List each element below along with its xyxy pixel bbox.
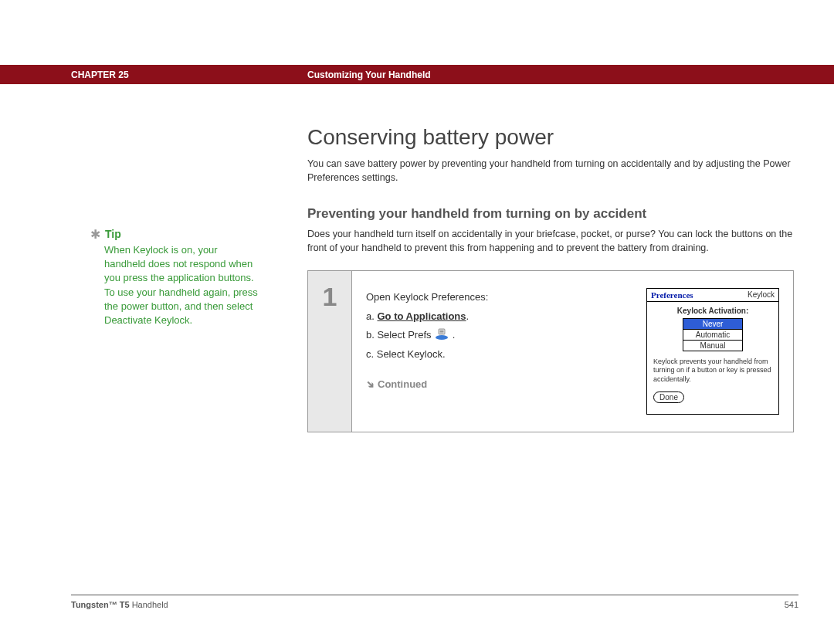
step-instructions: Open Keylock Preferences: a. Go to Appli… [366, 288, 646, 415]
product-name: Tungsten™ T5 Handheld [71, 600, 168, 609]
section-heading: Preventing your handheld from turning on… [307, 206, 803, 222]
ss-body: Keylock Activation: Never Automatic Manu… [647, 302, 778, 409]
tip-label: Tip [105, 228, 121, 240]
step-b: b. Select Prefs . [366, 326, 646, 345]
step-c: c. Select Keylock. [366, 345, 646, 364]
step-number: 1 [308, 271, 351, 432]
instr-intro: Open Keylock Preferences: [366, 288, 646, 307]
ss-header: Preferences Keylock [647, 289, 778, 302]
step-content: Open Keylock Preferences: a. Go to Appli… [351, 271, 793, 432]
ss-option-manual: Manual [683, 341, 742, 351]
step-a: a. Go to Applications. [366, 307, 646, 327]
main-content: Conserving battery power You can save ba… [307, 125, 803, 432]
chapter-header-bar: CHAPTER 25 Customizing Your Handheld [0, 65, 834, 84]
tip-heading: ✱Tip [90, 227, 260, 242]
ss-subtitle: Keylock Activation: [653, 307, 772, 315]
preferences-screenshot: Preferences Keylock Keylock Activation: … [646, 288, 779, 415]
continued-label: ➔Continued [366, 375, 646, 395]
ss-done-button: Done [653, 391, 684, 403]
tip-body: When Keylock is on, your handheld does n… [90, 243, 260, 327]
intro-paragraph: You can save battery power by preventing… [307, 158, 794, 185]
ss-option-automatic: Automatic [683, 330, 742, 341]
ss-pref-label: Preferences [651, 290, 693, 300]
ss-section-label: Keylock [748, 290, 775, 300]
svg-point-0 [436, 335, 448, 340]
page-title: Conserving battery power [307, 125, 803, 150]
go-to-applications-link[interactable]: Go to Applications [377, 310, 466, 322]
prefs-icon [434, 328, 449, 341]
chapter-title: Customizing Your Handheld [307, 69, 834, 80]
ss-option-never: Never [683, 319, 742, 330]
step-box: 1 Open Keylock Preferences: a. Go to App… [307, 270, 794, 432]
ss-description: Keylock prevents your handheld from turn… [653, 358, 772, 384]
tip-sidebar: ✱Tip When Keylock is on, your handheld d… [90, 227, 260, 327]
section-paragraph: Does your handheld turn itself on accide… [307, 228, 794, 255]
chapter-label: CHAPTER 25 [0, 69, 307, 80]
page-number: 541 [785, 600, 798, 609]
ss-options: Never Automatic Manual [683, 318, 743, 351]
page-footer: Tungsten™ T5 Handheld 541 [71, 595, 798, 609]
asterisk-icon: ✱ [90, 228, 100, 241]
